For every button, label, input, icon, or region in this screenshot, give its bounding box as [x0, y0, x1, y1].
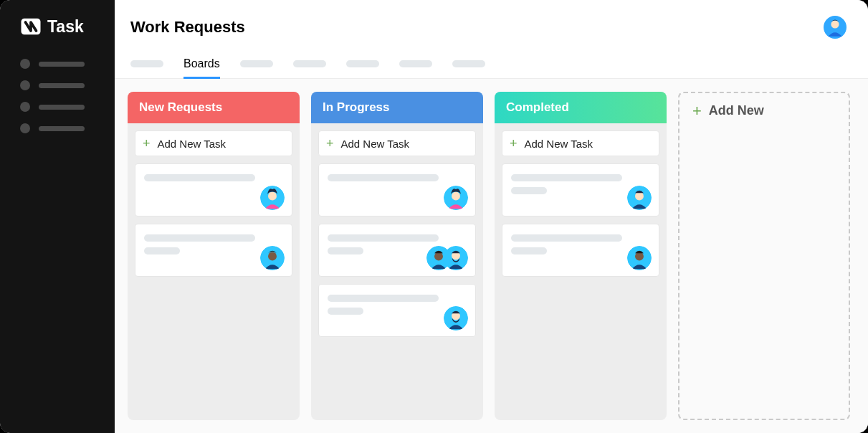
logo-icon [20, 16, 42, 37]
nav-dot-icon [20, 80, 30, 90]
tab-skeleton [130, 60, 163, 67]
add-task-label: Add New Task [525, 138, 593, 150]
nav-dot-icon [20, 102, 30, 112]
user-avatar[interactable] [824, 16, 846, 39]
subtitle-skeleton [328, 247, 363, 254]
nav-dot-icon [20, 123, 30, 133]
column-title: In Progress [323, 100, 390, 114]
add-column-label: Add New [709, 103, 764, 118]
avatar-icon [444, 306, 468, 330]
app-name: Task [47, 17, 84, 37]
main-content: Work Requests Boards New Requests [115, 0, 868, 433]
tab-skeleton [293, 60, 326, 67]
page-title: Work Requests [130, 18, 245, 37]
sidebar: Task [0, 0, 115, 433]
view-tabs: Boards [115, 49, 868, 79]
sidebar-item[interactable] [20, 80, 95, 90]
add-column-button[interactable]: + Add New [678, 92, 850, 420]
tab-skeleton [346, 60, 379, 67]
card-assignees [444, 186, 468, 210]
tab-label: Boards [183, 57, 220, 70]
title-skeleton [511, 234, 622, 242]
nav-dot-icon [20, 59, 30, 69]
card-assignees [260, 186, 285, 210]
column-header: In Progress [311, 92, 483, 123]
add-task-label: Add New Task [341, 138, 410, 150]
nav-placeholder [39, 83, 85, 88]
subtitle-skeleton [328, 308, 363, 315]
tab-boards[interactable]: Boards [183, 49, 220, 78]
tab-placeholder[interactable] [399, 49, 432, 78]
svg-point-6 [268, 252, 277, 261]
nav-placeholder [39, 105, 85, 110]
board-area: New Requests + Add New Task [115, 79, 868, 433]
subtitle-skeleton [144, 247, 180, 254]
nav-placeholder [39, 126, 85, 131]
column-new-requests: New Requests + Add New Task [128, 92, 300, 420]
card-assignees [444, 306, 468, 330]
column-in-progress: In Progress + Add New Task [311, 92, 483, 420]
column-body: + Add New Task [311, 123, 483, 344]
add-task-label: Add New Task [158, 138, 226, 150]
app-logo: Task [0, 16, 115, 59]
svg-point-10 [434, 252, 443, 261]
card-assignees [426, 246, 468, 270]
avatar-icon [627, 186, 652, 210]
svg-point-2 [831, 20, 839, 28]
task-card[interactable] [318, 284, 476, 337]
tab-placeholder[interactable] [293, 49, 326, 78]
title-skeleton [328, 174, 439, 181]
sidebar-item[interactable] [20, 102, 95, 112]
column-completed: Completed + Add New Task [495, 92, 667, 420]
avatar-icon [260, 186, 285, 210]
plus-icon: + [510, 137, 518, 150]
tab-skeleton [399, 60, 432, 67]
svg-point-8 [452, 192, 460, 201]
column-header: Completed [495, 92, 667, 123]
card-assignees [627, 246, 652, 270]
plus-icon: + [326, 137, 334, 150]
svg-point-18 [635, 252, 644, 261]
task-card[interactable] [318, 163, 476, 217]
sidebar-item[interactable] [20, 123, 95, 133]
column-title: Completed [506, 100, 569, 114]
avatar-icon [444, 246, 468, 270]
tab-skeleton [452, 60, 485, 67]
title-skeleton [144, 174, 255, 181]
card-assignees [627, 186, 652, 210]
svg-point-4 [268, 192, 277, 201]
add-task-button[interactable]: + Add New Task [135, 130, 292, 156]
column-header: New Requests [128, 92, 300, 123]
plus-icon: + [143, 137, 151, 150]
nav-placeholder [39, 62, 85, 67]
title-skeleton [144, 234, 255, 242]
subtitle-skeleton [511, 187, 547, 194]
column-title: New Requests [139, 100, 222, 114]
task-card[interactable] [135, 163, 292, 217]
task-card[interactable] [318, 224, 476, 277]
tab-placeholder[interactable] [346, 49, 379, 78]
column-body: + Add New Task [128, 123, 300, 284]
task-card[interactable] [135, 224, 292, 277]
avatar-icon [444, 186, 468, 210]
add-task-button[interactable]: + Add New Task [502, 130, 659, 156]
task-card[interactable] [502, 224, 659, 277]
sidebar-nav [0, 59, 115, 133]
tab-placeholder[interactable] [130, 49, 163, 78]
task-card[interactable] [502, 163, 659, 217]
sidebar-item[interactable] [20, 59, 95, 69]
tab-placeholder[interactable] [452, 49, 485, 78]
svg-point-16 [635, 192, 644, 201]
avatar-icon [260, 246, 285, 270]
title-skeleton [511, 174, 622, 181]
add-task-button[interactable]: + Add New Task [318, 130, 476, 156]
avatar-icon [627, 246, 652, 270]
plus-icon: + [692, 103, 702, 119]
title-skeleton [328, 295, 439, 302]
title-skeleton [328, 234, 439, 242]
header: Work Requests [115, 0, 868, 49]
card-assignees [260, 246, 285, 270]
tab-skeleton [240, 60, 273, 67]
subtitle-skeleton [511, 247, 547, 254]
tab-placeholder[interactable] [240, 49, 273, 78]
